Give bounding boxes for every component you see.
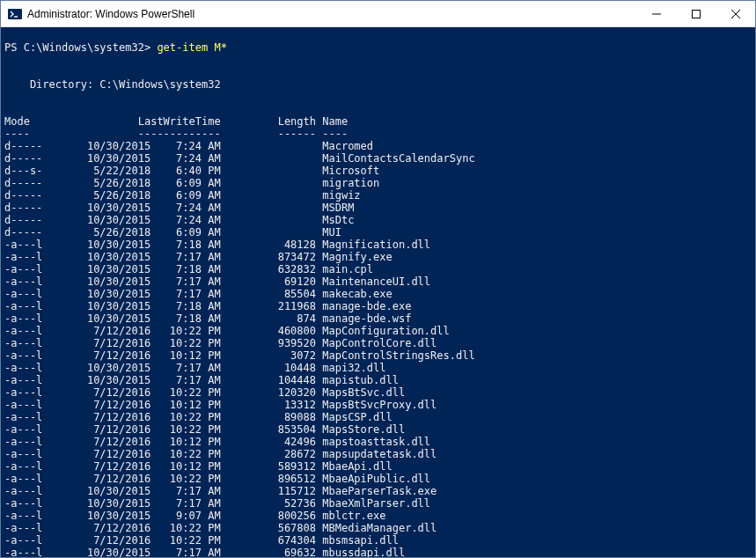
window-controls: [636, 1, 755, 26]
column-headers: Mode LastWriteTime Length Name: [4, 115, 348, 128]
titlebar[interactable]: Administrator: Windows PowerShell: [1, 1, 755, 27]
blank-line: [4, 103, 11, 115]
prompt-command: get-item M*: [157, 41, 226, 54]
svg-rect-3: [692, 10, 700, 18]
prompt-prefix: PS C:\Windows\system32>: [4, 41, 157, 54]
maximize-icon: [692, 10, 701, 18]
powershell-icon: [8, 7, 22, 21]
blank-line: [4, 91, 11, 103]
close-icon: [731, 10, 740, 18]
minimize-icon: [652, 10, 661, 18]
directory-line: Directory: C:\Windows\system32: [4, 78, 221, 91]
svg-rect-0: [8, 9, 22, 19]
blank-line: [4, 54, 11, 66]
file-listing: d----- 10/30/2015 7:24 AM Macromed d----…: [4, 140, 752, 557]
minimize-button[interactable]: [636, 1, 676, 26]
blank-line: [4, 66, 11, 78]
column-dashes: ---- ------------- ------ ----: [4, 128, 348, 140]
window-title: Administrator: Windows PowerShell: [27, 1, 636, 27]
terminal-area[interactable]: PS C:\Windows\system32> get-item M* Dire…: [1, 27, 755, 557]
maximize-button[interactable]: [676, 1, 716, 26]
window-frame: Administrator: Windows PowerShell PS C:\…: [0, 0, 756, 558]
close-button[interactable]: [716, 1, 755, 26]
